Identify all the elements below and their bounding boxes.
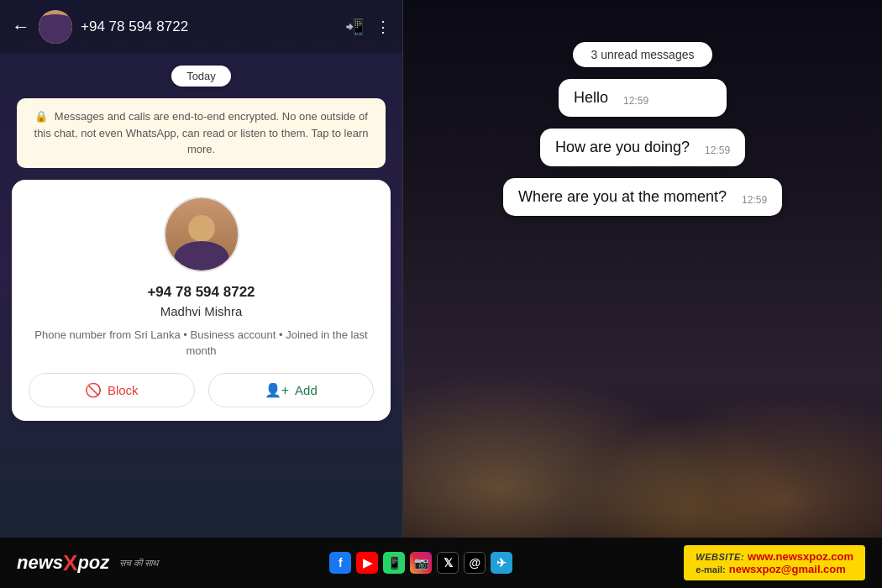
avatar-silhouette: [39, 10, 72, 44]
content-row: ← +94 78 594 8722 📲 ⋮ Today 🔒: [0, 0, 882, 538]
message-text-2: How are you doing?: [555, 139, 690, 156]
header-phone-number[interactable]: +94 78 594 8722: [81, 18, 337, 35]
website-label: Website:: [696, 552, 744, 562]
card-buttons: 🚫 Block 👤+ Add: [29, 373, 374, 407]
contact-card: +94 78 594 8722 Madhvi Mishra Phone numb…: [12, 180, 391, 421]
website-row: Website: www.newsxpoz.com: [696, 550, 853, 563]
unread-label: 3 unread messages: [591, 48, 695, 61]
add-button[interactable]: 👤+ Add: [208, 373, 375, 407]
right-content: 3 unread messages Hello 12:59 How are yo…: [403, 0, 882, 216]
block-button[interactable]: 🚫 Block: [29, 373, 195, 407]
instagram-icon[interactable]: 📷: [410, 552, 432, 574]
message-time-1: 12:59: [623, 95, 648, 107]
contact-info: Phone number from Sri Lanka • Business a…: [29, 327, 374, 360]
left-content: ← +94 78 594 8722 📲 ⋮ Today 🔒: [0, 0, 402, 538]
call-icon[interactable]: 📲: [345, 18, 364, 36]
encryption-notice[interactable]: 🔒 Messages and calls are end-to-end encr…: [17, 98, 386, 168]
email-address[interactable]: newsxpoz@gmail.com: [729, 563, 846, 575]
bottom-bar: news X poz सच की साथ f ▶ 📱 📷 𝕏 @ ✈ Websi…: [0, 538, 882, 588]
city-lights: [403, 286, 882, 538]
lock-icon: 🔒: [34, 110, 48, 123]
contact-avatar-silhouette: [165, 198, 238, 270]
youtube-icon[interactable]: ▶: [356, 552, 378, 574]
message-bubble-2: How are you doing? 12:59: [540, 129, 745, 166]
message-time-2: 12:59: [705, 144, 730, 156]
facebook-icon[interactable]: f: [329, 552, 351, 574]
brand-tagline: सच की साथ: [119, 558, 158, 569]
header-avatar[interactable]: [39, 10, 72, 44]
contact-phone: +94 78 594 8722: [147, 284, 255, 301]
add-person-icon: 👤+: [265, 382, 289, 398]
message-text-1: Hello: [574, 89, 608, 107]
twitter-x-icon[interactable]: 𝕏: [437, 552, 459, 574]
add-label: Add: [295, 383, 318, 397]
telegram-icon[interactable]: ✈: [491, 552, 512, 574]
block-icon: 🚫: [85, 382, 102, 398]
right-panel: 3 unread messages Hello 12:59 How are yo…: [403, 0, 882, 538]
website-url[interactable]: www.newsxpoz.com: [748, 550, 853, 563]
social-icons: f ▶ 📱 📷 𝕏 @ ✈: [329, 552, 512, 574]
email-label: e-mail:: [696, 564, 725, 575]
block-label: Block: [108, 383, 139, 397]
back-arrow-icon[interactable]: ←: [12, 16, 30, 38]
chat-header: ← +94 78 594 8722 📲 ⋮: [0, 0, 402, 54]
message-bubble-3: Where are you at the moment? 12:59: [503, 178, 782, 216]
whatsapp-icon[interactable]: 📱: [383, 552, 405, 574]
unread-badge: 3 unread messages: [573, 42, 713, 67]
brand-section: news X poz सच की साथ: [17, 552, 158, 574]
message-text-3: Where are you at the moment?: [518, 188, 727, 206]
menu-icon[interactable]: ⋮: [375, 18, 391, 36]
brand-poz: poz: [77, 552, 109, 574]
brand-name: news X poz: [17, 552, 109, 574]
today-badge: Today: [171, 66, 231, 87]
encryption-text: Messages and calls are end-to-end encryp…: [34, 110, 369, 155]
main-container: ← +94 78 594 8722 📲 ⋮ Today 🔒: [0, 0, 882, 588]
header-icons: 📲 ⋮: [345, 18, 391, 36]
contact-name: Madhvi Mishra: [160, 304, 243, 318]
brand-x: X: [63, 552, 77, 574]
email-row: e-mail: newsxpoz@gmail.com: [696, 563, 846, 575]
contact-avatar: [164, 197, 239, 272]
message-bubble-1: Hello 12:59: [559, 79, 727, 117]
message-time-3: 12:59: [742, 194, 767, 206]
left-panel: ← +94 78 594 8722 📲 ⋮ Today 🔒: [0, 0, 403, 538]
threads-icon[interactable]: @: [464, 552, 486, 574]
brand-news: news: [17, 552, 63, 574]
website-section: Website: www.newsxpoz.com e-mail: newsxp…: [684, 545, 865, 580]
